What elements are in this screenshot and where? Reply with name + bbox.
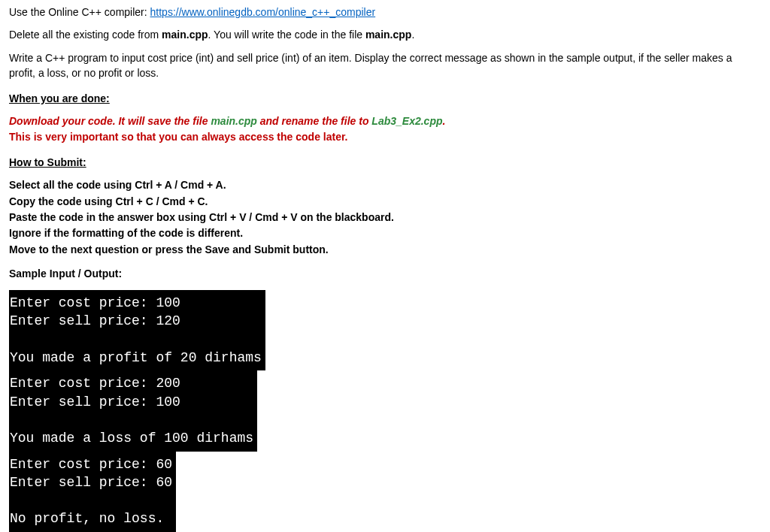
delete-file2: main.cpp	[365, 29, 411, 41]
done-heading: When you are done:	[9, 91, 761, 106]
done-instructions: Download your code. It will save the fil…	[9, 113, 761, 144]
delete-file1: main.cpp	[162, 29, 208, 41]
submit-step: Ignore if the formatting of the code is …	[9, 225, 761, 240]
compiler-link[interactable]: https://www.onlinegdb.com/online_c++_com…	[150, 6, 376, 18]
compiler-prefix: Use the Online C++ compiler:	[9, 6, 150, 18]
delete-prefix: Delete all the existing code from	[9, 29, 162, 41]
sample-heading: Sample Input / Output:	[9, 266, 761, 281]
sample-outputs: Enter cost price: 100 Enter sell price: …	[9, 290, 761, 532]
done-line1-c: .	[443, 115, 446, 127]
submit-step: Move to the next question or press the S…	[9, 242, 761, 257]
task-text: Write a C++ program to input cost price …	[9, 50, 761, 81]
done-line1-b: and rename the file to	[257, 115, 371, 127]
done-line1-file2: Lab3_Ex2.cpp	[371, 115, 442, 127]
compiler-line: Use the Online C++ compiler: https://www…	[9, 5, 761, 20]
done-line1-a: Download your code. It will save the fil…	[9, 115, 211, 127]
submit-step: Copy the code using Ctrl + C / Cmd + C.	[9, 194, 761, 209]
delete-code-line: Delete all the existing code from main.c…	[9, 27, 761, 42]
done-line1-file1: main.cpp	[211, 115, 256, 127]
done-line2: This is very important so that you can a…	[9, 129, 761, 144]
terminal-output: Enter cost price: 60 Enter sell price: 6…	[9, 452, 176, 532]
submit-heading: How to Submit:	[9, 155, 761, 170]
submit-step: Select all the code using Ctrl + A / Cmd…	[9, 177, 761, 192]
delete-suffix: .	[411, 29, 414, 41]
submit-steps: Select all the code using Ctrl + A / Cmd…	[9, 177, 761, 256]
submit-step: Paste the code in the answer box using C…	[9, 210, 761, 225]
delete-middle: . You will write the code in the file	[208, 29, 365, 41]
terminal-output: Enter cost price: 200 Enter sell price: …	[9, 370, 257, 451]
terminal-output: Enter cost price: 100 Enter sell price: …	[9, 290, 265, 370]
